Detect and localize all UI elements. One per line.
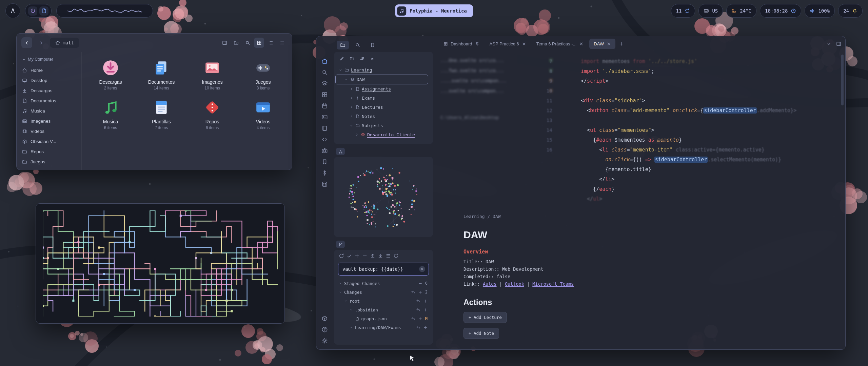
folder-videos[interactable]: Videos 4 items xyxy=(238,99,289,130)
tree-item-lectures[interactable]: Lectures xyxy=(335,103,432,112)
commit-message-input[interactable] xyxy=(342,266,416,272)
files-sidebar-item-juegos[interactable]: Juegos xyxy=(22,157,79,167)
ribbon-calendar-button[interactable] xyxy=(321,103,328,109)
link-outlook[interactable]: Outlook xyxy=(505,281,524,287)
graph-view[interactable] xyxy=(337,160,430,234)
files-sidebar-item-descargas[interactable]: Descargas xyxy=(22,85,79,96)
fm-tool-hamburger-button[interactable] xyxy=(277,38,287,48)
panel-tab-search[interactable] xyxy=(352,41,364,49)
file-manager-titlebar[interactable]: matt xyxy=(17,34,292,52)
git-minus-button-3[interactable] xyxy=(362,253,368,259)
ribbon-dollar-button[interactable] xyxy=(321,170,328,176)
editor-content[interactable]: ...One.svelte src\co... U...Two.svelte s… xyxy=(435,51,845,349)
files-sidebar-item-musica[interactable]: Musica xyxy=(22,106,79,116)
panel-tab-bookmark[interactable] xyxy=(367,41,379,49)
ribbon-bookmark-button[interactable] xyxy=(321,159,328,165)
scrollbar-thumb[interactable] xyxy=(841,55,844,105)
folder-documentos[interactable]: Documentos 14 items xyxy=(136,59,187,90)
explorer-collapse-button[interactable] xyxy=(368,55,377,63)
git-pane-tab[interactable] xyxy=(333,240,434,249)
folder-plantillas[interactable]: Plantillas 7 items xyxy=(136,99,187,130)
folder-imagenes[interactable]: Imagenes 10 items xyxy=(187,59,238,90)
volume-indicator[interactable]: 100% xyxy=(805,4,835,18)
git-row-staged-changes[interactable]: Staged Changes0 xyxy=(337,279,430,288)
local-graph-pane[interactable] xyxy=(334,157,433,237)
git-row-learning-daw-exams[interactable]: Learning/DAW/Exams xyxy=(337,323,430,332)
fm-tool-search-button[interactable] xyxy=(242,38,253,48)
explorer-pencil-button[interactable] xyxy=(337,55,346,63)
files-sidebar-item-documentos[interactable]: Documentos xyxy=(22,96,79,106)
git-plus-button-2[interactable] xyxy=(354,253,360,259)
git-refresh-button-0[interactable] xyxy=(339,253,344,259)
graph-pane-tab[interactable] xyxy=(333,147,434,156)
sidebar-header[interactable]: My Computer xyxy=(22,57,79,62)
git-check-button-1[interactable] xyxy=(347,253,352,259)
notes-button[interactable] xyxy=(39,6,48,16)
ribbon-grid-button[interactable] xyxy=(321,92,328,98)
git-upload-button-4[interactable] xyxy=(370,253,375,259)
ribbon-book-button[interactable] xyxy=(321,125,328,131)
ribbon-gear-button[interactable] xyxy=(321,338,328,344)
power-button[interactable] xyxy=(28,6,37,16)
back-button[interactable] xyxy=(21,37,32,48)
ribbon-box-button[interactable] xyxy=(321,315,328,322)
tree-item-daw[interactable]: DAW xyxy=(335,75,428,84)
clock-indicator[interactable]: 18:08:28 xyxy=(760,4,801,18)
tab-asp-practice-6[interactable]: ASP Practice 6 xyxy=(485,39,531,49)
git-row-changes[interactable]: Changes2 xyxy=(337,288,430,297)
files-sidebar-item-desktop[interactable]: Desktop xyxy=(22,75,79,85)
fm-tool-list-button[interactable] xyxy=(265,38,276,48)
folder-juegos[interactable]: Juegos 8 items xyxy=(238,59,289,90)
explorer-folderplus-button[interactable] xyxy=(348,55,356,63)
tree-item-learning[interactable]: Learning xyxy=(335,65,432,75)
tab-tema-6-pr-cticas[interactable]: Tema 6 Prácticas -... xyxy=(532,39,588,49)
fm-tool-folderplus-button[interactable] xyxy=(231,38,241,48)
tabbar-split-button[interactable] xyxy=(836,41,841,46)
folder-repos[interactable]: Repos 6 items xyxy=(187,99,238,130)
files-sidebar-item-imagenes[interactable]: Imagenes xyxy=(22,116,79,126)
ribbon-code-button[interactable] xyxy=(321,136,328,143)
ribbon-camera-button[interactable] xyxy=(321,147,328,154)
close-tab-button[interactable] xyxy=(607,41,611,46)
forward-button[interactable] xyxy=(36,37,46,48)
launcher-button[interactable]: Λ xyxy=(5,3,20,18)
git-row-obsidian[interactable]: .obsidian xyxy=(337,305,430,314)
tree-item-assignments[interactable]: Assignments xyxy=(335,84,432,94)
new-tab-button[interactable] xyxy=(619,41,624,46)
code-block[interactable]: import mementoes from '../../store.js'im… xyxy=(581,57,796,204)
explorer-sort-button[interactable] xyxy=(358,55,367,63)
action-add-note-button[interactable]: + Add Note xyxy=(463,328,499,339)
tab-daw[interactable]: DAW xyxy=(589,39,615,49)
clear-message-button[interactable] xyxy=(419,266,425,272)
files-sidebar-item-home[interactable]: Home xyxy=(22,65,79,75)
git-row-graph-json[interactable]: graph.jsonM xyxy=(337,314,430,323)
tree-item-exams[interactable]: Exams xyxy=(335,94,432,103)
tree-item-notes[interactable]: Notes xyxy=(335,112,432,121)
close-tab-button[interactable] xyxy=(579,41,584,46)
ribbon-home-button[interactable] xyxy=(321,58,328,64)
git-download-button-5[interactable] xyxy=(378,253,383,259)
fm-tool-grid-button[interactable] xyxy=(254,38,264,48)
panel-tab-folder[interactable] xyxy=(337,41,349,49)
updates-indicator[interactable]: 11 xyxy=(671,4,695,18)
keyboard-layout[interactable]: US xyxy=(698,4,723,18)
tab-dashboard[interactable]: Dashboard xyxy=(439,39,484,49)
files-sidebar-item-videos[interactable]: Videos xyxy=(22,126,79,136)
link-aules[interactable]: Aules xyxy=(483,281,497,287)
ribbon-search-button[interactable] xyxy=(321,69,328,76)
fm-tool-split-button[interactable] xyxy=(219,38,230,48)
notifications-indicator[interactable]: 24 xyxy=(838,4,863,18)
files-sidebar-item-obsidian-v[interactable]: Obsidian V... xyxy=(22,136,79,146)
breadcrumb[interactable]: matt xyxy=(50,38,79,48)
close-tab-button[interactable] xyxy=(522,41,526,46)
action-add-lecture-button[interactable]: + Add Lecture xyxy=(463,312,507,323)
folder-musica[interactable]: Musica 6 items xyxy=(85,99,136,130)
ribbon-dice-button[interactable] xyxy=(321,181,328,187)
files-sidebar-item-repos[interactable]: Repos xyxy=(22,146,79,157)
now-playing[interactable]: Polyphia - Neurotica xyxy=(395,4,473,17)
tree-item-desarrollo-cliente[interactable]: Desarrollo-Cliente xyxy=(335,130,432,139)
weather-indicator[interactable]: 24°C xyxy=(726,4,756,18)
link-microsoft-teams[interactable]: Microsoft Teams xyxy=(532,281,574,287)
tabbar-chevdown-button[interactable] xyxy=(826,41,831,46)
git-row-root[interactable]: root xyxy=(337,297,430,305)
